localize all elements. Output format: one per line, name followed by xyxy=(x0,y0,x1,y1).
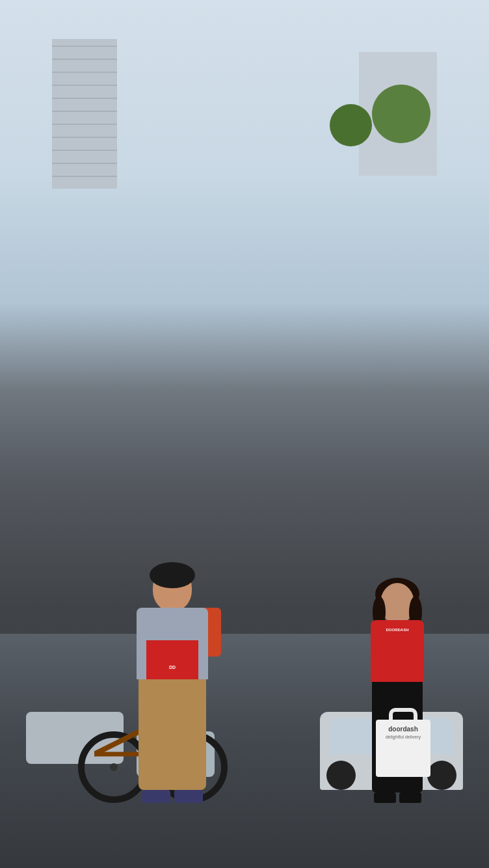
hero-image-container: DD DOORDASH xyxy=(0,264,489,693)
female-figure: DOORDASH xyxy=(371,583,424,693)
male-figure: DD xyxy=(137,565,208,693)
